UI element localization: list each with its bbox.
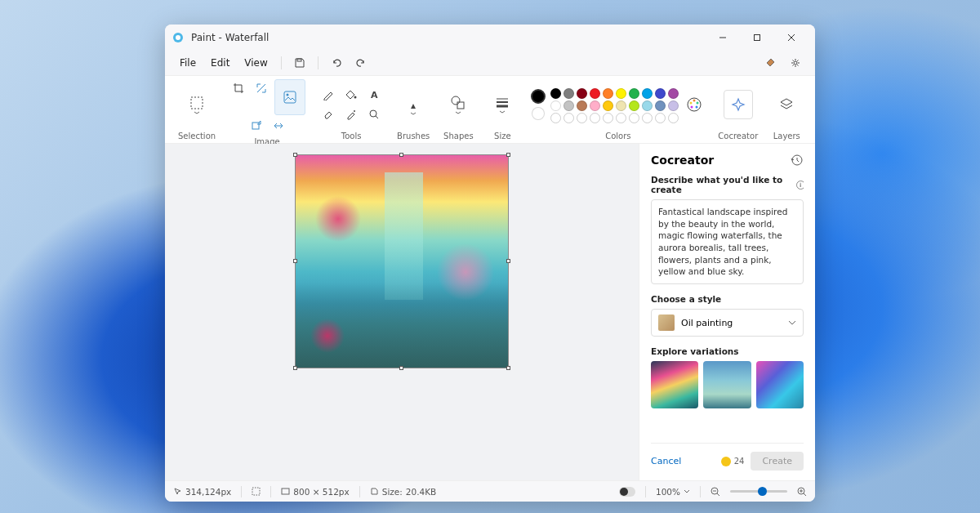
color-swatch[interactable] xyxy=(642,88,653,99)
redo-button[interactable] xyxy=(350,53,372,73)
ribbon-group-layers: Layers xyxy=(766,79,807,143)
text-tool[interactable]: A xyxy=(364,86,384,104)
color-swatch[interactable] xyxy=(590,88,600,99)
style-thumbnail xyxy=(658,314,675,331)
ribbon-label-selection: Selection xyxy=(178,129,216,143)
layers-button[interactable] xyxy=(771,87,802,123)
color-swatch[interactable] xyxy=(603,100,613,111)
cocreator-title: Cocreator xyxy=(651,154,714,167)
cocreator-button[interactable] xyxy=(724,90,753,119)
eyedropper-tool[interactable] xyxy=(341,105,361,123)
color-swatch[interactable] xyxy=(655,100,666,111)
color-swatch[interactable] xyxy=(564,88,574,99)
color-swatch[interactable] xyxy=(603,113,613,123)
color-swatch[interactable] xyxy=(616,100,626,111)
minimize-button[interactable] xyxy=(706,25,740,51)
color-swatch[interactable] xyxy=(577,88,587,99)
prompt-textarea[interactable]: Fantastical landscape inspired by the be… xyxy=(651,199,804,284)
cancel-button[interactable]: Cancel xyxy=(651,456,681,466)
color-mode-toggle[interactable] xyxy=(619,487,635,497)
color-swatch[interactable] xyxy=(629,88,639,99)
crop-tool[interactable] xyxy=(229,79,248,97)
titlebar[interactable]: Paint - Waterfall xyxy=(165,25,815,51)
ribbon-group-size: Size xyxy=(482,79,523,143)
history-icon[interactable] xyxy=(791,154,804,167)
canvas-viewport[interactable] xyxy=(165,144,639,480)
color-swatch[interactable] xyxy=(668,88,679,99)
zoom-slider[interactable] xyxy=(730,490,787,493)
magnify-tool[interactable] xyxy=(364,105,384,123)
ribbon-group-tools: A Tools xyxy=(314,79,389,143)
canvas-image[interactable] xyxy=(296,155,508,368)
color-swatch[interactable] xyxy=(655,88,666,99)
resize-tool[interactable] xyxy=(252,79,271,97)
color-swatch[interactable] xyxy=(590,100,600,111)
create-button[interactable]: Create xyxy=(751,452,804,471)
svg-point-7 xyxy=(794,61,797,65)
color-swatch[interactable] xyxy=(590,113,600,123)
color-swatch[interactable] xyxy=(616,88,626,99)
color-swatch[interactable] xyxy=(668,100,679,111)
color-swatch[interactable] xyxy=(642,100,653,111)
menu-file[interactable]: File xyxy=(173,54,203,72)
rotate-tool[interactable] xyxy=(246,117,265,135)
size-dropdown[interactable] xyxy=(487,87,518,123)
svg-text:i: i xyxy=(800,182,801,189)
menu-edit[interactable]: Edit xyxy=(204,54,236,72)
color-swatch[interactable] xyxy=(564,100,574,111)
color-swatch[interactable] xyxy=(550,100,561,111)
color-swatch[interactable] xyxy=(550,113,561,123)
svg-line-41 xyxy=(804,493,806,496)
info-icon[interactable]: i xyxy=(796,181,804,190)
color-swatch[interactable] xyxy=(629,113,639,123)
shapes-dropdown[interactable] xyxy=(443,87,474,123)
style-select[interactable]: Oil painting xyxy=(651,309,804,337)
paint-window: Paint - Waterfall File Edit View Selecti… xyxy=(165,25,815,502)
zoom-level[interactable]: 100% xyxy=(656,487,690,497)
maximize-button[interactable] xyxy=(740,25,774,51)
image-ai-tool[interactable] xyxy=(274,79,305,115)
canvas-dimensions: 800 × 512px xyxy=(281,487,349,497)
fill-tool[interactable] xyxy=(341,86,361,104)
describe-label: Describe what you'd like to create i xyxy=(651,175,804,194)
pencil-tool[interactable] xyxy=(318,86,338,104)
style-selected: Oil painting xyxy=(681,318,782,328)
zoom-out-button[interactable] xyxy=(710,487,720,497)
color-swatch[interactable] xyxy=(577,113,587,123)
color-swatch[interactable] xyxy=(655,113,666,123)
brushes-dropdown[interactable] xyxy=(398,87,429,123)
window-title: Paint - Waterfall xyxy=(191,32,706,43)
primary-color[interactable] xyxy=(531,89,546,104)
menu-view[interactable]: View xyxy=(238,54,274,72)
settings-button[interactable] xyxy=(784,53,807,73)
color-swatch[interactable] xyxy=(577,100,587,111)
color-swatch[interactable] xyxy=(564,113,574,123)
secondary-color[interactable] xyxy=(532,107,545,120)
svg-point-24 xyxy=(697,101,699,104)
svg-text:A: A xyxy=(371,90,378,100)
variation-1[interactable] xyxy=(651,361,698,408)
color-swatch[interactable] xyxy=(603,88,613,99)
close-button[interactable] xyxy=(774,25,808,51)
zoom-in-button[interactable] xyxy=(797,487,807,497)
color-swatch[interactable] xyxy=(642,113,653,123)
eraser-tool[interactable] xyxy=(318,105,338,123)
select-tool[interactable] xyxy=(181,87,212,123)
ribbon-group-colors: Colors xyxy=(526,79,710,143)
color-swatch[interactable] xyxy=(668,113,679,123)
color-swatch[interactable] xyxy=(550,88,561,99)
undo-button[interactable] xyxy=(325,53,348,73)
coin-icon xyxy=(721,457,731,466)
edit-colors-button[interactable] xyxy=(684,94,705,115)
variation-3[interactable] xyxy=(756,361,804,408)
app-icon xyxy=(172,31,185,44)
ribbon-label-brushes: Brushes xyxy=(397,129,430,143)
color-swatch[interactable] xyxy=(616,113,626,123)
svg-line-37 xyxy=(717,493,719,496)
flip-tool[interactable] xyxy=(269,117,288,135)
save-button[interactable] xyxy=(288,53,311,73)
paint-bucket-icon[interactable] xyxy=(760,53,782,73)
style-label: Choose a style xyxy=(651,294,804,304)
variation-2[interactable] xyxy=(703,361,751,408)
color-swatch[interactable] xyxy=(629,100,639,111)
